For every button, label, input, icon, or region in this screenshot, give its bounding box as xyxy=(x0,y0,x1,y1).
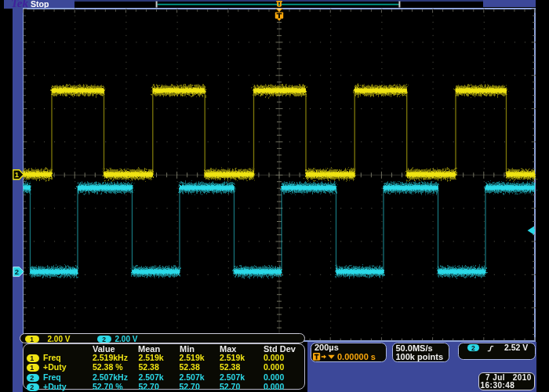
svg-text:2: 2 xyxy=(15,267,19,276)
svg-text:1: 1 xyxy=(15,170,20,179)
